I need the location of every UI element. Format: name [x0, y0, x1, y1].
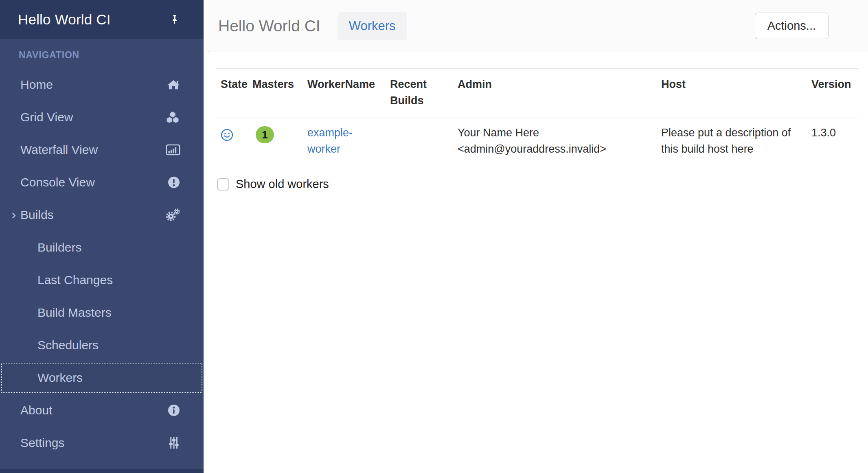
show-old-workers-control: Show old workers — [216, 177, 859, 191]
sidebar-item-build-masters[interactable]: Build Masters — [0, 296, 204, 329]
column-header-version: Version — [807, 69, 859, 118]
masters-cell: 1 — [248, 118, 302, 164]
column-header-recent-builds: Recent Builds — [385, 69, 453, 118]
column-header-state: State — [216, 69, 248, 118]
table-row: 1 example-worker Your Name Here <admin@y… — [216, 118, 859, 164]
sidebar-item-settings[interactable]: Settings — [0, 427, 204, 459]
chevron-right-icon: › — [11, 206, 16, 222]
smiley-face-icon — [221, 129, 233, 141]
workers-table: State Masters WorkerName Recent Builds A… — [216, 68, 859, 164]
page-title: Hello World CI — [218, 17, 320, 35]
host-cell: Please put a description of this build h… — [656, 118, 807, 164]
info-circle-icon — [167, 404, 180, 417]
sidebar-item-workers[interactable]: Workers — [0, 361, 204, 394]
home-icon — [167, 79, 180, 91]
sidebar-item-home[interactable]: Home — [0, 68, 204, 101]
sidebar: Hello World CI NAVIGATION Home Grid View — [0, 0, 204, 473]
version-cell: 1.3.0 — [807, 118, 859, 164]
table-header-row: State Masters WorkerName Recent Builds A… — [216, 69, 859, 118]
sidebar-item-schedulers[interactable]: Schedulers — [0, 329, 204, 361]
sidebar-item-grid-view[interactable]: Grid View — [0, 101, 204, 134]
app-window: Hello World CI NAVIGATION Home Grid View — [0, 0, 868, 473]
admin-cell: Your Name Here <admin@youraddress.invali… — [453, 118, 656, 164]
cubes-icon — [165, 111, 180, 124]
show-old-workers-checkbox[interactable] — [217, 178, 229, 191]
sidebar-app-title: Hello World CI — [18, 11, 169, 28]
pin-sidebar-button[interactable] — [169, 11, 180, 28]
sidebar-item-about[interactable]: About — [0, 394, 204, 427]
worker-name-link[interactable]: example-worker — [307, 127, 353, 155]
content-area: State Masters WorkerName Recent Builds A… — [204, 52, 868, 191]
column-header-host: Host — [656, 69, 807, 118]
main-area: Hello World CI Workers Actions... State … — [204, 0, 868, 473]
sidebar-header: Hello World CI — [0, 0, 204, 39]
show-old-workers-label: Show old workers — [236, 177, 329, 191]
sidebar-item-waterfall-view[interactable]: Waterfall View — [0, 134, 204, 166]
column-header-admin: Admin — [453, 69, 656, 118]
state-cell — [216, 118, 248, 164]
sliders-icon — [167, 436, 180, 450]
tab-workers[interactable]: Workers — [338, 12, 407, 40]
bar-chart-icon — [166, 144, 180, 156]
masters-count-badge: 1 — [256, 126, 274, 143]
sidebar-footer-strip — [0, 469, 204, 473]
gears-icon — [165, 208, 180, 222]
sidebar-item-console-view[interactable]: Console View — [0, 166, 204, 199]
sidebar-item-builds[interactable]: › Builds — [0, 199, 204, 231]
column-header-masters: Masters — [248, 69, 302, 118]
thumbtack-icon — [169, 23, 180, 29]
exclamation-circle-icon — [167, 176, 180, 189]
sidebar-item-last-changes[interactable]: Last Changes — [0, 264, 204, 296]
sidebar-item-builders[interactable]: Builders — [0, 231, 204, 264]
recent-builds-cell — [385, 118, 453, 164]
top-header-bar: Hello World CI Workers Actions... — [206, 0, 868, 52]
column-header-workername: WorkerName — [302, 69, 385, 118]
actions-button[interactable]: Actions... — [755, 13, 829, 39]
workername-cell: example-worker — [302, 118, 385, 164]
nav-section-label: NAVIGATION — [0, 39, 204, 68]
